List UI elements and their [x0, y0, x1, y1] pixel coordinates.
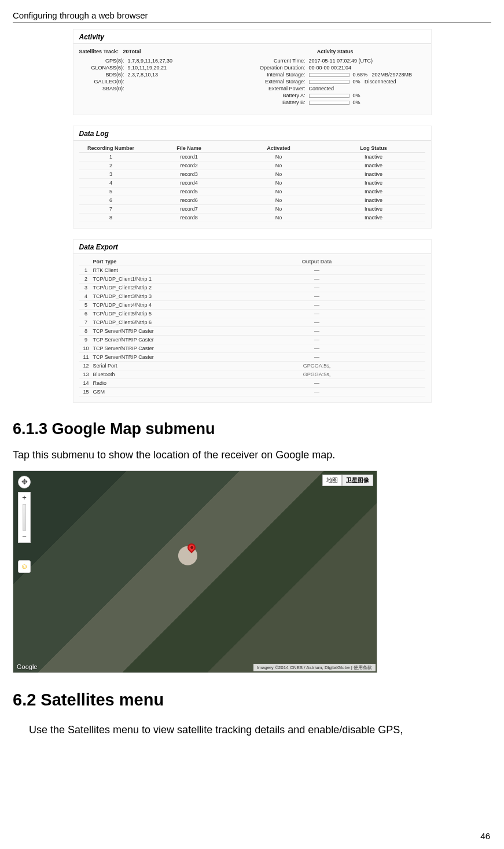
datalog-cell-activated: No [236, 197, 322, 203]
dataexport-h-output: Output Data [209, 259, 425, 264]
activity-status-column: Activity Status Current Time:2017-05-11 … [245, 49, 425, 106]
activity-status-row: Internal Storage:0.68% 202MB/29728MB [245, 72, 425, 78]
dataexport-row: 8TCP Server/NTRIP Caster— [79, 327, 425, 336]
dataexport-cell-porttype: TCP/UDP_Client1/Ntrip 1 [93, 276, 209, 282]
datalog-cell-status: Inactive [322, 197, 425, 203]
dataexport-cell-porttype: TCP/UDP_Client3/Ntrip 3 [93, 293, 209, 299]
status-value: 00-00-00 00:21:04 [309, 65, 425, 71]
map-type-toggle[interactable]: 地图 卫星图像 [322, 475, 373, 486]
datalog-cell-activated: No [236, 171, 322, 177]
status-value: 0% [353, 93, 425, 98]
dataexport-cell-output: — [209, 354, 425, 360]
datalog-cell-status: Inactive [322, 163, 425, 168]
dataexport-cell-porttype: TCP/UDP_Client6/Ntrip 6 [93, 319, 209, 325]
sat-track-key: BDS(6): [79, 72, 128, 78]
dataexport-cell-index: 9 [79, 337, 93, 343]
sat-track-label: Satellites Track: [79, 49, 119, 54]
dataexport-cell-porttype: RTK Client [93, 267, 209, 273]
sat-track-value: 1,7,8,9,11,16,27,30 [128, 58, 245, 64]
dataexport-row: 9TCP Server/NTRIP Caster— [79, 336, 425, 344]
sat-track-value: 9,10,11,19,20,21 [128, 65, 245, 71]
datalog-header-row: Recording Number File Name Activated Log… [79, 144, 425, 153]
satellites-track-column: Satellites Track: 20Total GPS(8):1,7,8,9… [79, 49, 245, 106]
dataexport-cell-porttype: TCP/UDP_Client4/Ntrip 4 [93, 302, 209, 308]
datalog-cell-recnum: 7 [79, 206, 143, 212]
page-number: 46 [480, 831, 490, 841]
dataexport-cell-porttype: TCP Server/NTRIP Caster [93, 354, 209, 360]
page-header: Configuring through a web browser [13, 10, 491, 23]
dataexport-row: 6TCP/UDP_Client5/Ntrip 5— [79, 310, 425, 318]
datalog-cell-recnum: 8 [79, 215, 143, 220]
google-map-screenshot: ✥ + − ☺ 地图 卫星图像 Google Imagery ©2014 CNE… [13, 471, 377, 673]
dataexport-cell-output: — [209, 311, 425, 317]
dataexport-header-row: Port Type Output Data [79, 258, 425, 266]
dataexport-cell-index: 3 [79, 285, 93, 291]
dataexport-h-porttype: Port Type [93, 259, 209, 264]
datalog-row: 4record4NoInactive [79, 179, 425, 188]
map-zoom-out-icon[interactable]: − [19, 532, 30, 542]
dataexport-cell-index: 12 [79, 363, 93, 369]
dataexport-panel: Data Export Port Type Output Data 1RTK C… [73, 239, 432, 403]
datalog-row: 2record2NoInactive [79, 161, 425, 170]
screenshot-stack: Activity Satellites Track: 20Total GPS(8… [73, 29, 432, 403]
dataexport-cell-index: 11 [79, 354, 93, 360]
sat-track-key: SBAS(0): [79, 86, 128, 91]
map-pan-control[interactable]: ✥ [18, 476, 31, 488]
datalog-cell-filename: record3 [143, 171, 236, 177]
dataexport-cell-index: 1 [79, 267, 93, 273]
status-value: Connected [309, 86, 425, 91]
datalog-h-filename: File Name [143, 145, 236, 151]
datalog-cell-status: Inactive [322, 171, 425, 177]
sat-track-row: SBAS(0): [79, 86, 245, 91]
text-6-1-3: Tap this submenu to show the location of… [13, 447, 491, 462]
dataexport-row: 2TCP/UDP_Client1/Ntrip 1— [79, 275, 425, 284]
datalog-title: Data Log [73, 126, 431, 141]
datalog-panel: Data Log Recording Number File Name Acti… [73, 126, 432, 229]
dataexport-row: 1RTK Client— [79, 266, 425, 275]
dataexport-cell-index: 14 [79, 380, 93, 386]
map-streetview-icon[interactable]: ☺ [18, 560, 31, 573]
map-type-satellite[interactable]: 卫星图像 [342, 475, 373, 486]
dataexport-cell-porttype: TCP/UDP_Client2/Ntrip 2 [93, 285, 209, 291]
sat-track-row: GLONASS(6):9,10,11,19,20,21 [79, 65, 245, 71]
datalog-cell-recnum: 5 [79, 189, 143, 194]
datalog-cell-status: Inactive [322, 215, 425, 220]
status-extra: 202MB/29728MB [372, 72, 413, 78]
activity-status-row: External Power:Connected [245, 86, 425, 91]
status-value: 2017-05-11 07:02:49 (UTC) [309, 58, 425, 64]
dataexport-row: 13BluetoothGPGGA:5s, [79, 370, 425, 379]
status-key: Operation Duration: [245, 65, 309, 71]
datalog-cell-filename: record2 [143, 163, 236, 168]
datalog-h-status: Log Status [322, 145, 425, 151]
activity-panel: Activity Satellites Track: 20Total GPS(8… [73, 29, 432, 115]
dataexport-cell-index: 6 [79, 311, 93, 317]
activity-status-row: Current Time:2017-05-11 07:02:49 (UTC) [245, 58, 425, 64]
activity-title: Activity [73, 30, 431, 44]
activity-status-row: External Storage:0% Disconnected [245, 79, 425, 84]
datalog-row: 7record7NoInactive [79, 205, 425, 214]
datalog-row: 6record6NoInactive [79, 196, 425, 205]
sat-track-key: GPS(8): [79, 58, 128, 64]
map-zoom-in-icon[interactable]: + [19, 493, 30, 503]
status-value: 0% [353, 100, 425, 105]
datalog-cell-status: Inactive [322, 180, 425, 186]
datalog-row: 3record3NoInactive [79, 170, 425, 179]
map-zoom-control[interactable]: + − [18, 492, 31, 543]
datalog-cell-recnum: 3 [79, 171, 143, 177]
sat-track-value [128, 79, 245, 84]
dataexport-cell-porttype: TCP Server/NTRIP Caster [93, 337, 209, 343]
dataexport-cell-porttype: Radio [93, 380, 209, 386]
datalog-h-recnum: Recording Number [79, 145, 143, 151]
sat-track-row: GPS(8):1,7,8,9,11,16,27,30 [79, 58, 245, 64]
dataexport-row: 11TCP Server/NTRIP Caster— [79, 353, 425, 362]
datalog-cell-activated: No [236, 206, 322, 212]
dataexport-row: 7TCP/UDP_Client6/Ntrip 6— [79, 318, 425, 327]
dataexport-row: 5TCP/UDP_Client4/Ntrip 4— [79, 301, 425, 310]
status-key: Battery A: [245, 93, 309, 98]
dataexport-row: 10TCP Server/NTRIP Caster— [79, 344, 425, 353]
dataexport-row: 4TCP/UDP_Client3/Ntrip 3— [79, 292, 425, 301]
map-zoom-slider[interactable] [23, 504, 26, 531]
status-value: 0.68% 202MB/29728MB [353, 72, 425, 78]
datalog-cell-status: Inactive [322, 154, 425, 160]
map-type-map[interactable]: 地图 [322, 475, 342, 486]
